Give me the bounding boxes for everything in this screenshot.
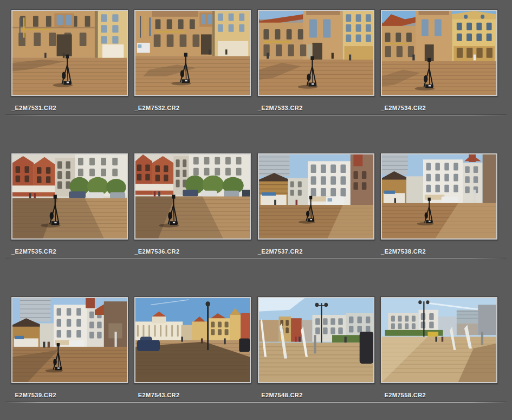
thumbnail-row: _E2M7531.CR2_E2M7532.CR2_E2M7533.CR2_E2M…: [11, 9, 498, 111]
filename-label[interactable]: _E2M7558.CR2: [381, 392, 498, 398]
thumbnail-frame[interactable]: [380, 153, 498, 240]
thumbnail-frame[interactable]: [257, 296, 375, 384]
photo-thumbnail-cell[interactable]: _E2M7535.CR2: [11, 153, 128, 255]
filename-label[interactable]: _E2M7543.CR2: [134, 392, 251, 398]
thumbnail-frame[interactable]: [380, 9, 498, 96]
filename-label[interactable]: _E2M7548.CR2: [258, 392, 375, 398]
thumbnail-frame[interactable]: [380, 296, 498, 384]
filename-label[interactable]: _E2M7533.CR2: [258, 105, 375, 111]
thumbnail-image: [259, 154, 373, 238]
photo-thumbnail-cell[interactable]: _E2M7534.CR2: [380, 9, 498, 111]
filename-label[interactable]: _E2M7537.CR2: [258, 248, 375, 255]
photo-thumbnail-cell[interactable]: _E2M7558.CR2: [380, 296, 498, 398]
filename-label[interactable]: _E2M7535.CR2: [11, 248, 128, 255]
photo-thumbnail-cell[interactable]: _E2M7538.CR2: [380, 153, 498, 255]
thumbnail-image: [382, 11, 496, 95]
photo-thumbnail-cell[interactable]: _E2M7539.CR2: [11, 296, 128, 398]
filename-label[interactable]: _E2M7531.CR2: [11, 105, 128, 111]
row-separator: [5, 115, 507, 115]
thumbnail-frame[interactable]: [11, 296, 128, 384]
thumbnail-image: [135, 298, 250, 382]
thumbnail-frame[interactable]: [134, 296, 251, 384]
thumbnail-image: [382, 298, 496, 382]
thumbnail-image: [382, 154, 496, 238]
thumbnail-frame[interactable]: [134, 153, 251, 240]
thumbnail-row: _E2M7539.CR2_E2M7543.CR2_E2M7548.CR2_E2M…: [11, 296, 498, 398]
thumbnail-frame[interactable]: [134, 9, 251, 96]
thumbnail-image: [12, 11, 127, 95]
filename-label[interactable]: _E2M7538.CR2: [381, 248, 498, 255]
photo-thumbnail-cell[interactable]: _E2M7543.CR2: [134, 296, 251, 398]
photo-thumbnail-cell[interactable]: _E2M7532.CR2: [134, 9, 251, 111]
filename-label[interactable]: _E2M7536.CR2: [134, 248, 251, 255]
thumbnail-image: [135, 11, 250, 95]
photo-thumbnail-cell[interactable]: _E2M7537.CR2: [257, 153, 375, 255]
thumbnail-image: [259, 298, 373, 382]
thumbnail-frame[interactable]: [11, 9, 128, 96]
thumbnail-frame[interactable]: [257, 153, 375, 240]
filename-label[interactable]: _E2M7534.CR2: [381, 105, 498, 111]
thumbnail-image: [259, 11, 373, 95]
photo-thumbnail-cell[interactable]: _E2M7531.CR2: [11, 9, 128, 111]
thumbnail-image: [135, 154, 250, 238]
thumbnail-image: [12, 154, 127, 238]
photo-thumbnail-cell[interactable]: _E2M7533.CR2: [257, 9, 375, 111]
thumbnail-row: _E2M7535.CR2_E2M7536.CR2_E2M7537.CR2_E2M…: [11, 153, 498, 255]
row-separator: [5, 259, 507, 259]
filename-label[interactable]: _E2M7539.CR2: [11, 392, 128, 398]
row-separator: [5, 402, 507, 403]
thumbnail-frame[interactable]: [11, 153, 128, 240]
thumbnail-frame[interactable]: [257, 9, 375, 96]
photo-thumbnail-cell[interactable]: _E2M7548.CR2: [257, 296, 375, 398]
photo-thumbnail-cell[interactable]: _E2M7536.CR2: [134, 153, 251, 255]
thumbnail-image: [12, 298, 127, 382]
filename-label[interactable]: _E2M7532.CR2: [134, 105, 251, 111]
